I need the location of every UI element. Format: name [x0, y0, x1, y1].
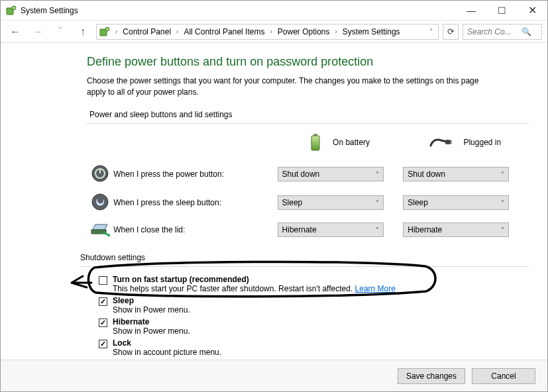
row-lid-label: When I close the lid:: [113, 218, 276, 242]
checkbox-icon[interactable]: [99, 340, 107, 348]
breadcrumb-sep: ›: [175, 28, 180, 35]
select-value: Shut down: [408, 170, 445, 179]
svg-rect-6: [445, 140, 451, 144]
section-shutdown-label: Shutdown settings: [80, 253, 529, 262]
address-dropdown-icon[interactable]: ˅: [427, 28, 435, 35]
power-settings-table: On battery Plugged in: [87, 132, 529, 244]
svg-rect-5: [311, 136, 319, 150]
forward-button[interactable]: →: [28, 23, 47, 40]
search-icon: 🔍: [521, 27, 531, 36]
svg-point-12: [92, 194, 108, 210]
back-button[interactable]: ←: [6, 23, 25, 40]
breadcrumb-control-panel[interactable]: Control Panel: [120, 27, 174, 36]
checkbox-icon[interactable]: [99, 276, 107, 285]
breadcrumb-sep: ›: [114, 28, 119, 35]
checkbox-icon[interactable]: [99, 318, 107, 327]
divider: [80, 266, 529, 267]
divider: [87, 123, 529, 124]
row-lid: When I close the lid: Hibernate ˅ Hibern…: [88, 218, 527, 242]
row-sleep-button-label: When I press the sleep button:: [113, 189, 276, 217]
save-changes-button[interactable]: Save changes: [398, 368, 465, 384]
svg-point-1: [12, 6, 16, 10]
window-title: System Settings: [21, 6, 78, 15]
select-value: Hibernate: [408, 225, 442, 234]
chevron-down-icon: ˅: [501, 199, 504, 207]
sleep-button-icon: [91, 203, 109, 213]
refresh-button[interactable]: ⟳: [443, 24, 459, 40]
chevron-down-icon: ˅: [376, 226, 379, 234]
battery-icon: [309, 134, 321, 153]
checkbox-sleep[interactable]: Sleep Show in Power menu.: [99, 296, 529, 315]
checkbox-desc: Show in account picture menu.: [113, 348, 221, 357]
checkbox-desc: Show in Power menu.: [113, 305, 190, 315]
nav-bar: ← → ˅ ↑ › Control Panel › All Control Pa…: [1, 21, 547, 43]
checkbox-label: Hibernate: [113, 317, 149, 326]
chevron-down-icon: ˅: [376, 171, 379, 178]
lid-plugged-select[interactable]: Hibernate ˅: [403, 222, 509, 237]
breadcrumb-sep: ›: [268, 28, 273, 35]
checkbox-desc: This helps start your PC faster after sh…: [113, 284, 355, 293]
cancel-button[interactable]: Cancel: [472, 368, 535, 384]
chevron-down-icon: ˅: [376, 199, 379, 207]
lid-battery-select[interactable]: Hibernate ˅: [278, 222, 384, 237]
checkbox-label: Lock: [113, 338, 131, 348]
breadcrumb-all-items[interactable]: All Control Panel Items: [181, 27, 267, 36]
close-button[interactable]: ✕: [517, 1, 547, 21]
breadcrumb-power-options[interactable]: Power Options: [275, 27, 333, 36]
column-plugged-label: Plugged in: [458, 138, 501, 147]
row-sleep-button: When I press the sleep button: Sleep ˅ S…: [88, 189, 527, 217]
chevron-down-icon: ˅: [501, 171, 504, 178]
checkbox-label: Sleep: [113, 296, 134, 305]
plug-icon: [429, 136, 452, 150]
select-value: Sleep: [282, 198, 303, 207]
recent-locations-button[interactable]: ˅: [51, 23, 70, 40]
breadcrumb-system-settings[interactable]: System Settings: [340, 27, 403, 36]
address-icon: [99, 26, 110, 37]
row-power-button: When I press the power button: Shut down…: [88, 161, 527, 188]
shutdown-settings-section: Shutdown settings Turn on fast startup (…: [87, 253, 529, 360]
maximize-button[interactable]: ☐: [486, 1, 517, 21]
learn-more-link[interactable]: Learn More: [355, 284, 396, 293]
sleep-button-plugged-select[interactable]: Sleep ˅: [403, 195, 509, 210]
svg-point-3: [105, 27, 109, 31]
svg-marker-13: [93, 224, 107, 230]
title-bar: System Settings — ☐ ✕: [1, 1, 547, 21]
search-box[interactable]: 🔍: [463, 24, 542, 40]
power-button-battery-select[interactable]: Shut down ˅: [278, 167, 384, 181]
power-button-icon: [91, 175, 109, 184]
checkbox-desc: Show in Power menu.: [113, 326, 190, 336]
power-button-plugged-select[interactable]: Shut down ˅: [403, 167, 509, 181]
checkbox-fast-startup[interactable]: Turn on fast startup (recommended) This …: [99, 275, 529, 293]
up-button[interactable]: ↑: [74, 23, 92, 40]
search-input[interactable]: [466, 26, 519, 37]
select-value: Sleep: [408, 198, 428, 207]
lid-icon: [90, 229, 110, 238]
breadcrumb-sep: ›: [334, 28, 339, 35]
chevron-down-icon: ˅: [501, 226, 504, 234]
checkbox-label: Turn on fast startup (recommended): [113, 275, 249, 284]
footer-bar: Save changes Cancel: [1, 360, 547, 391]
minimize-button[interactable]: —: [456, 1, 486, 21]
app-icon: [6, 5, 17, 16]
checkbox-hibernate[interactable]: Hibernate Show in Power menu.: [99, 317, 529, 336]
select-value: Shut down: [282, 170, 320, 179]
page-title: Define power buttons and turn on passwor…: [87, 55, 529, 69]
column-battery-label: On battery: [327, 138, 370, 147]
section-power-sleep-label: Power and sleep buttons and lid settings: [89, 110, 529, 119]
checkbox-icon[interactable]: [99, 297, 107, 306]
address-bar[interactable]: › Control Panel › All Control Panel Item…: [96, 24, 439, 40]
content-area: Define power buttons and turn on passwor…: [1, 43, 547, 360]
checkbox-lock[interactable]: Lock Show in account picture menu.: [99, 338, 529, 357]
sleep-button-battery-select[interactable]: Sleep ˅: [278, 195, 384, 210]
row-power-button-label: When I press the power button:: [113, 161, 276, 188]
page-description: Choose the power settings that you want …: [87, 75, 484, 98]
select-value: Hibernate: [282, 225, 317, 234]
